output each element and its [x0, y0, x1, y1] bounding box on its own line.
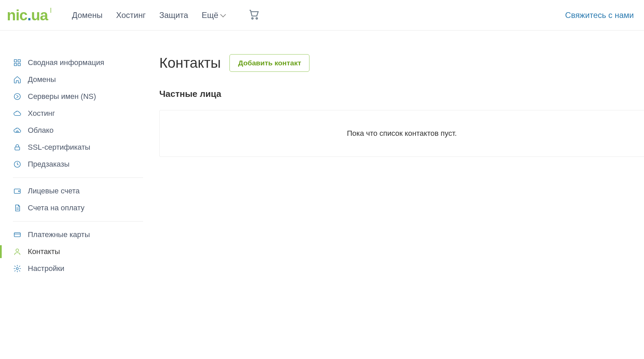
sidebar-item-hosting[interactable]: Хостинг	[10, 105, 146, 122]
lock-icon	[13, 143, 22, 152]
credit-card-icon	[13, 230, 22, 239]
svg-point-10	[19, 191, 20, 192]
chevron-down-icon	[220, 12, 226, 17]
sidebar-item-label: Контакты	[28, 247, 60, 256]
nav-security[interactable]: Защита	[159, 10, 188, 20]
sidebar-item-nameservers[interactable]: Серверы имен (NS)	[10, 88, 146, 105]
svg-rect-5	[18, 63, 20, 66]
sidebar-group-3: Платежные карты Контакты Настройки	[10, 226, 146, 277]
sidebar-item-label: SSL-сертификаты	[28, 143, 90, 152]
main-content: Контакты Добавить контакт Частные лица П…	[146, 54, 644, 277]
section-title-individuals: Частные лица	[159, 89, 644, 99]
user-icon	[13, 247, 22, 256]
sidebar-item-settings[interactable]: Настройки	[10, 260, 146, 277]
leaf-icon: ❘	[49, 7, 53, 13]
sidebar-item-label: Лицевые счета	[28, 187, 80, 195]
sidebar-item-invoices[interactable]: Счета на оплату	[10, 199, 146, 216]
cloud-icon	[13, 109, 22, 118]
sidebar-item-label: Настройки	[28, 264, 64, 273]
file-icon	[13, 204, 22, 212]
nav-more-label: Ещё	[202, 10, 218, 20]
cloud-data-icon	[13, 126, 22, 135]
svg-rect-7	[15, 147, 20, 150]
logo-dot: .	[27, 7, 31, 24]
logo-nic: nic	[7, 7, 27, 24]
sidebar-item-label: Предзаказы	[28, 160, 69, 169]
nav-more[interactable]: Ещё	[202, 10, 224, 20]
grid-icon	[13, 58, 22, 67]
empty-contacts-box: Пока что список контактов пуст.	[159, 110, 644, 157]
sidebar: Сводная информация Домены Серверы имен (…	[0, 54, 146, 277]
logo-ua: ua	[31, 7, 48, 24]
svg-rect-4	[14, 63, 17, 66]
clock-icon	[13, 160, 22, 169]
sidebar-item-overview[interactable]: Сводная информация	[10, 54, 146, 71]
sidebar-item-cards[interactable]: Платежные карты	[10, 226, 146, 243]
sidebar-item-label: Домены	[28, 75, 56, 84]
svg-rect-11	[14, 233, 20, 237]
sidebar-item-contacts[interactable]: Контакты	[10, 243, 146, 260]
cart-icon[interactable]	[248, 9, 260, 22]
logo[interactable]: nic.ua ❘	[7, 7, 52, 24]
sidebar-group-1: Сводная информация Домены Серверы имен (…	[10, 54, 146, 173]
sidebar-item-label: Платежные карты	[28, 230, 90, 239]
arrow-right-circle-icon	[13, 92, 22, 101]
wallet-icon	[13, 187, 22, 195]
sidebar-divider	[13, 177, 143, 178]
sidebar-item-label: Счета на оплату	[28, 204, 84, 212]
sidebar-item-preorders[interactable]: Предзаказы	[10, 156, 146, 173]
nav-domains[interactable]: Домены	[72, 10, 102, 20]
page-title: Контакты	[159, 55, 221, 71]
main-header: nic.ua ❘ Домены Хостинг Защита Ещё Свяжи…	[0, 0, 644, 30]
add-contact-button[interactable]: Добавить контакт	[229, 54, 309, 72]
sidebar-item-label: Облако	[28, 126, 54, 135]
sidebar-item-label: Серверы имен (NS)	[28, 92, 96, 101]
svg-point-12	[16, 249, 19, 252]
sidebar-divider	[13, 221, 143, 221]
top-nav: Домены Хостинг Защита Ещё	[72, 9, 260, 22]
svg-point-0	[252, 18, 253, 19]
sidebar-item-domains[interactable]: Домены	[10, 71, 146, 88]
sidebar-group-2: Лицевые счета Счета на оплату	[10, 183, 146, 216]
page-head: Контакты Добавить контакт	[159, 54, 644, 72]
sidebar-item-ssl[interactable]: SSL-сертификаты	[10, 139, 146, 156]
svg-point-1	[256, 18, 257, 19]
sidebar-item-accounts[interactable]: Лицевые счета	[10, 183, 146, 199]
svg-point-6	[14, 93, 20, 100]
page-layout: Сводная информация Домены Серверы имен (…	[0, 30, 644, 277]
home-icon	[13, 75, 22, 84]
svg-rect-2	[14, 60, 17, 62]
empty-message: Пока что список контактов пуст.	[347, 129, 457, 138]
nav-hosting[interactable]: Хостинг	[116, 10, 146, 20]
svg-rect-3	[18, 60, 20, 62]
svg-point-13	[16, 268, 18, 270]
gear-icon	[13, 264, 22, 273]
sidebar-item-label: Хостинг	[28, 109, 55, 118]
contact-us-link[interactable]: Свяжитесь с нами	[565, 10, 637, 20]
sidebar-item-cloud[interactable]: Облако	[10, 122, 146, 139]
sidebar-item-label: Сводная информация	[28, 58, 104, 67]
